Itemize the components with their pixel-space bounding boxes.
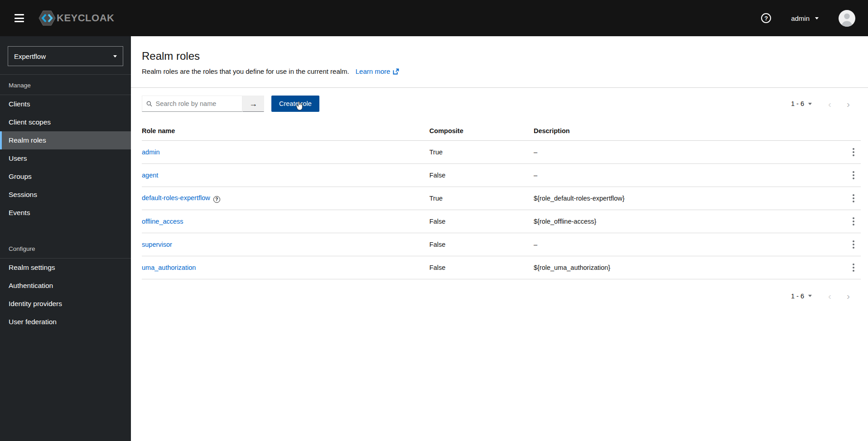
actions-cell [840, 187, 861, 210]
realm-selector-block: Expertflow [0, 46, 131, 75]
kebab-menu-button[interactable] [849, 238, 858, 251]
pagination-range: 1 - 6 [791, 292, 804, 300]
column-composite: Composite [429, 124, 534, 141]
roles-table: Role name Composite Description adminTru… [142, 124, 861, 279]
sidebar-item-client-scopes[interactable]: Client scopes [0, 113, 131, 131]
keycloak-logo: KEYCLOAK [39, 10, 114, 26]
pagination-bottom: 1 - 6 ‹ › [131, 279, 868, 301]
pagination-range: 1 - 6 [791, 100, 804, 107]
learn-more-link[interactable]: Learn more [356, 67, 400, 75]
nav-group: ManageClientsClient scopesRealm rolesUse… [0, 75, 131, 222]
description-cell: – [534, 164, 840, 187]
search-group: → [142, 96, 264, 112]
realm-selector[interactable]: Expertflow [8, 46, 123, 66]
roles-table-body: adminTrue–agentFalse–default-roles-exper… [142, 141, 861, 279]
nav-group-title: Manage [0, 75, 131, 95]
sidebar-item-identity-providers[interactable]: Identity providers [0, 295, 131, 313]
nav-group-title: Configure [0, 238, 131, 259]
description-cell: ${role_default-roles-expertflow} [534, 187, 840, 210]
realm-name: Expertflow [14, 53, 46, 60]
nav-toggle-button[interactable] [12, 11, 27, 25]
help-icon[interactable]: ? [761, 13, 771, 23]
nav-group: ConfigureRealm settingsAuthenticationIde… [0, 238, 131, 331]
pagination-menu-toggle[interactable]: 1 - 6 [791, 100, 812, 107]
create-role-button[interactable]: Create role [271, 96, 319, 112]
masthead-right: ? admin [761, 10, 855, 27]
composite-cell: False [429, 164, 534, 187]
brand-text: KEYCLOAK [57, 12, 114, 24]
table-header-row: Role name Composite Description [142, 124, 861, 141]
column-description: Description [534, 124, 840, 141]
role-link[interactable]: admin [142, 149, 160, 156]
role-link[interactable]: uma_authorization [142, 264, 196, 271]
kebab-menu-button[interactable] [849, 146, 858, 158]
table-row: default-roles-expertflow?True${role_defa… [142, 187, 861, 210]
pagination-prev-button[interactable]: ‹ [824, 99, 836, 109]
description-cell: ${role_offline-access} [534, 210, 840, 233]
pagination-next-button[interactable]: › [842, 99, 854, 109]
chevron-down-icon [808, 295, 812, 297]
chevron-down-icon [113, 55, 117, 58]
app-window: KEYCLOAK ? admin Expertflow [0, 0, 868, 441]
sidebar-item-user-federation[interactable]: User federation [0, 313, 131, 331]
sidebar-item-sessions[interactable]: Sessions [0, 186, 131, 204]
role-name-cell: default-roles-expertflow? [142, 187, 429, 210]
chevron-down-icon [808, 103, 812, 105]
chevron-down-icon [815, 17, 819, 19]
main-content: Realm roles Realm roles are the roles th… [131, 36, 868, 441]
role-name-cell: supervisor [142, 233, 429, 256]
sidebar-item-groups[interactable]: Groups [0, 168, 131, 186]
composite-cell: False [429, 256, 534, 279]
learn-more-label: Learn more [356, 67, 391, 75]
page-subtitle: Realm roles are the roles that you defin… [142, 67, 857, 75]
role-link[interactable]: offline_access [142, 218, 183, 225]
sidebar-item-authentication[interactable]: Authentication [0, 277, 131, 295]
role-name-cell: uma_authorization [142, 256, 429, 279]
page-header: Realm roles Realm roles are the roles th… [131, 36, 868, 75]
table-row: adminTrue– [142, 141, 861, 164]
actions-cell [840, 233, 861, 256]
pagination-prev-button[interactable]: ‹ [824, 291, 836, 301]
person-icon [839, 10, 855, 27]
role-link[interactable]: agent [142, 172, 158, 179]
pagination-menu-toggle[interactable]: 1 - 6 [791, 292, 812, 300]
role-name-cell: admin [142, 141, 429, 164]
keycloak-hexagon-icon [39, 10, 56, 26]
kebab-menu-button[interactable] [849, 192, 858, 205]
sidebar-item-events[interactable]: Events [0, 204, 131, 222]
arrow-right-icon: → [249, 99, 257, 108]
help-icon[interactable]: ? [213, 196, 220, 203]
role-link[interactable]: supervisor [142, 241, 172, 248]
avatar[interactable] [839, 10, 855, 27]
role-name-cell: agent [142, 164, 429, 187]
search-input[interactable] [156, 100, 241, 107]
sidebar-item-realm-settings[interactable]: Realm settings [0, 259, 131, 277]
kebab-menu-button[interactable] [849, 261, 858, 274]
table-row: supervisorFalse– [142, 233, 861, 256]
sidebar-item-users[interactable]: Users [0, 149, 131, 168]
role-name-cell: offline_access [142, 210, 429, 233]
masthead: KEYCLOAK ? admin [0, 0, 868, 36]
description-cell: – [534, 233, 840, 256]
user-menu-toggle[interactable]: admin [791, 14, 819, 22]
composite-cell: False [429, 210, 534, 233]
search-box [142, 96, 242, 112]
sidebar-item-realm-roles[interactable]: Realm roles [0, 131, 131, 149]
actions-cell [840, 210, 861, 233]
role-link[interactable]: default-roles-expertflow [142, 194, 210, 201]
kebab-menu-button[interactable] [849, 215, 858, 228]
username: admin [791, 14, 810, 22]
actions-cell [840, 256, 861, 279]
composite-cell: True [429, 141, 534, 164]
pagination-next-button[interactable]: › [842, 291, 854, 301]
page-description: Realm roles are the roles that you defin… [142, 67, 349, 75]
external-link-icon [393, 68, 399, 75]
toolbar: → Create role 1 - 6 ‹ › [131, 88, 868, 112]
actions-cell [840, 164, 861, 187]
sidebar: Expertflow ManageClientsClient scopesRea… [0, 36, 131, 441]
create-role-label: Create role [279, 100, 312, 107]
search-submit-button[interactable]: → [242, 96, 264, 112]
composite-cell: False [429, 233, 534, 256]
kebab-menu-button[interactable] [849, 169, 858, 182]
sidebar-item-clients[interactable]: Clients [0, 95, 131, 113]
